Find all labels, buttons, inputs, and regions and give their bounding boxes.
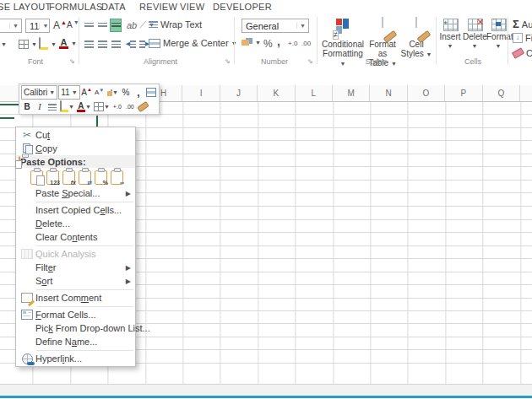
styles-button-cell-styles[interactable]: CellStyles ▼ [399,18,434,59]
menu-item-pick-from-drop-down-list[interactable]: Pick From Drop-down List... [16,321,135,335]
borders-button[interactable]: ▼ [19,40,37,49]
paste-icon[interactable] [30,170,43,185]
wrap-text-button[interactable]: Wrap Text [149,19,202,30]
clear-button[interactable]: Clea [513,48,532,58]
bottom-align-button[interactable] [110,19,122,32]
font-color-button[interactable]: A▼ [76,100,92,113]
menu-item-delete[interactable]: Delete... [16,217,135,230]
column-header-M[interactable]: M [333,85,370,101]
menu-item-cut[interactable]: ✂Cut [16,128,135,142]
bold-button[interactable]: B [21,100,33,113]
decrease-decimal-button[interactable]: .00 [301,40,311,47]
menu-item-text: Insert Copied Cells... [35,205,122,215]
column-header-P[interactable]: P [445,85,482,101]
cells-button-format[interactable]: ↔Format▼ [486,19,510,51]
paste-transpose-icon[interactable]: ⇄ [79,170,91,185]
italic-button[interactable]: I [34,100,46,113]
ribbon-tab-bar: SE LAYOUTFORMULASDATAREVIEWVIEWDEVELOPER [0,0,532,15]
fill-color-button[interactable]: ▼ [59,100,75,113]
menu-item-filter[interactable]: Filter▶ [16,261,135,274]
menu-item-insert-comment[interactable]: Insert Comment [16,291,135,305]
cells-button-delete[interactable]: ✕Delete▼ [463,19,486,51]
merge-center-icon [146,88,156,97]
paste-formatting-icon[interactable]: % [95,170,107,185]
font-name-select[interactable]: ▼ [0,19,22,33]
accounting-format-button[interactable]: ▼ [106,86,119,99]
fill-button[interactable]: ↓Fill [513,33,532,43]
menu-item-define-name[interactable]: Define Name... [16,335,135,348]
menu-item-paste-special[interactable]: Paste Special...▶ [16,186,135,200]
tab-data[interactable]: DATA [101,2,126,12]
format-as-table-icon [372,18,394,38]
font-dialog-launcher[interactable]: ⇘ [69,58,76,65]
middle-align-button[interactable] [96,19,108,32]
column-header-O[interactable]: O [408,85,445,101]
font-size-select[interactable]: 11▼ [25,19,50,33]
cells-button-insert[interactable]: ＋Insert▼ [438,19,462,51]
autosum-button[interactable]: ΣAut [513,18,532,30]
increase-decimal-button[interactable]: +.0 [288,40,297,47]
decrease-decimal-button[interactable]: .00 [124,100,136,113]
percent-style-button[interactable]: % [263,38,273,50]
align-center-button[interactable] [96,37,108,51]
decrease-indent-button[interactable]: ◀ [125,37,137,51]
paste-link-icon[interactable]: ∞ [111,170,123,185]
alignment-dialog-launcher[interactable]: ⇘ [225,58,231,65]
column-header-N[interactable]: N [370,85,407,101]
column-header-K[interactable]: K [258,85,295,101]
increase-font-size-button[interactable]: A▲ [81,86,93,99]
cells-group-label: Cells [452,57,494,66]
font-name-select[interactable]: Calibri▼ [21,85,57,100]
menu-item-text: Copy [35,143,57,154]
tab-view[interactable]: VIEW [180,2,204,12]
decrease-font-size-button[interactable]: A▼ [67,20,79,30]
increase-font-size-button[interactable]: A▲ [53,19,67,31]
copy-icon [19,143,35,154]
merge-center-button[interactable] [145,86,157,99]
menu-item-hyperlink[interactable]: Hyperlink... [16,352,135,365]
comment-icon [19,293,35,303]
center-align-button[interactable] [46,100,58,113]
format-painter-button[interactable] [137,100,149,113]
accounting-format-icon [242,38,252,46]
menu-item-copy[interactable]: Copy [16,142,135,155]
fill-color-icon [39,37,41,49]
tab-review[interactable]: REVIEW [139,2,177,12]
tab-developer[interactable]: DEVELOPER [213,2,272,12]
menu-item-insert-copied-cells[interactable]: Insert Copied Cells... [16,203,135,217]
selection-border-top [0,104,19,105]
menu-item-format-cells[interactable]: Format Cells... [16,308,135,321]
percent-style-button[interactable]: % [120,86,132,99]
column-header-J[interactable]: J [220,85,258,101]
font-size-select[interactable]: 11▼ [58,85,79,100]
align-right-button[interactable] [110,37,122,51]
menu-item-text: Hyperlink... [35,353,82,364]
tab-formulas[interactable]: FORMULAS [49,2,103,12]
align-left-button[interactable] [83,37,95,51]
column-header-I[interactable]: I [182,85,220,101]
menu-item-clear-contents[interactable]: Clear Contents [16,230,135,244]
wrap-text-icon [149,21,158,29]
paste-values-icon[interactable]: 123 [46,170,59,185]
borders-button[interactable]: ▼ [93,100,111,113]
column-header-L[interactable]: L [296,85,333,101]
comma-style-button[interactable]: , [133,86,144,99]
decrease-font-size-button[interactable]: A▼ [94,86,106,99]
column-header-Q[interactable]: Q [483,85,520,101]
menu-item-quick-analysis: Quick Analysis [16,247,135,261]
fill-color-button[interactable]: ▼ [39,38,57,50]
merge-center-button[interactable]: Merge & Center▼ [149,38,237,48]
font-color-button[interactable]: A▼ [59,37,77,49]
number-dialog-launcher[interactable]: ⇘ [307,58,314,65]
menu-item-sort[interactable]: Sort▶ [16,274,135,288]
underline-button-partial[interactable]: ▼ [1,41,7,47]
top-align-button[interactable] [83,19,95,32]
sigma-icon: Σ [513,18,519,30]
accounting-format-button[interactable]: ▼ [242,38,261,46]
cell-styles-icon [405,18,427,38]
tab-se-layout[interactable]: SE LAYOUT [0,2,52,12]
comma-style-button[interactable]: , [277,35,280,48]
increase-decimal-button[interactable]: +.0 [111,100,123,113]
paste-formulas-icon[interactable]: fx [62,170,75,185]
number-format-select[interactable]: General▼ [242,19,309,33]
